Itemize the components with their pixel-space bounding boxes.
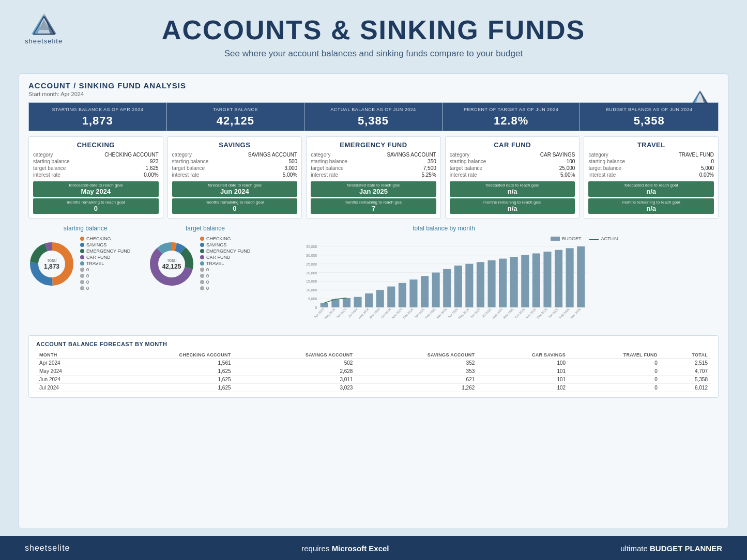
- table-cell: 352: [356, 359, 478, 367]
- table-cell: 101: [478, 376, 569, 384]
- svg-rect-44: [409, 279, 417, 307]
- svg-text:Dec 2024: Dec 2024: [402, 307, 414, 319]
- goal-date-value: Jun 2024: [174, 188, 296, 195]
- account-title: SAVINGS: [172, 141, 298, 149]
- svg-text:Feb 2026: Feb 2026: [559, 307, 571, 319]
- svg-rect-50: [477, 262, 484, 307]
- account-detail-target: target balance 7,500: [311, 165, 436, 171]
- svg-rect-57: [555, 250, 562, 307]
- table-cell: 0: [569, 384, 661, 392]
- goal-date-badge: forecasted date to reach goal n/a: [450, 181, 575, 197]
- forecast-col-header: TRAVEL FUND: [569, 351, 661, 359]
- account-card: TRAVEL category TRAVEL FUND starting bal…: [584, 136, 719, 219]
- svg-text:Nov 2024: Nov 2024: [391, 307, 403, 319]
- goal-date-badge: forecasted date to reach goal Jan 2025: [311, 181, 436, 197]
- table-cell: 0: [569, 376, 661, 384]
- table-cell: 0: [569, 367, 661, 376]
- svg-text:30,000: 30,000: [306, 254, 317, 257]
- table-cell: 0: [569, 359, 661, 367]
- legend-item: CAR FUND: [80, 255, 130, 260]
- svg-text:Jul 2024: Jul 2024: [347, 307, 358, 318]
- svg-text:5,000: 5,000: [308, 297, 317, 301]
- legend-item: TRAVEL: [200, 261, 250, 266]
- kpi-label: BUDGET BALANCE AS OF JUN 2024: [583, 107, 715, 112]
- kpi-label: ACTUAL BALANCE AS OF JUN 2024: [308, 107, 439, 112]
- svg-text:Apr 2025: Apr 2025: [448, 307, 459, 319]
- goal-date-value: May 2024: [35, 188, 157, 195]
- kpi-cell: PERCENT OF TARGET AS OF JUN 2024 12.8%: [443, 103, 581, 131]
- goal-date-label: forecasted date to reach goal: [590, 183, 712, 188]
- svg-text:25,000: 25,000: [306, 262, 317, 266]
- months-label: months remaining to reach goal: [590, 200, 712, 205]
- legend-item: SAVINGS: [80, 242, 130, 247]
- kpi-label: STARTING BALANCE AS OF APR 2024: [32, 107, 163, 112]
- svg-rect-45: [421, 276, 429, 307]
- legend-item: 0: [200, 279, 250, 285]
- bar-chart-title: total balance by month: [268, 225, 619, 232]
- table-cell: 1,561: [102, 359, 234, 367]
- svg-text:Sep 2024: Sep 2024: [369, 307, 380, 319]
- kpi-cell: STARTING BALANCE AS OF APR 2024 1,873: [29, 103, 167, 131]
- svg-rect-36: [321, 303, 328, 307]
- months-value: n/a: [590, 205, 712, 212]
- account-detail-target: target balance 1,625: [33, 165, 159, 171]
- goal-date-badge: forecasted date to reach goal Jun 2024: [172, 181, 298, 197]
- account-title: EMERGENCY FUND: [311, 141, 436, 149]
- table-row: Jul 20241,6253,0231,26210206,012: [36, 384, 711, 392]
- starting-balance-chart: starting balance Total 1,873 CHECKINGSAV…: [28, 225, 142, 292]
- account-card: EMERGENCY FUND category SAVINGS ACCOUNT …: [306, 136, 441, 219]
- table-row: Apr 20241,56150235210002,515: [36, 359, 711, 367]
- table-cell: 3,011: [234, 376, 356, 384]
- table-cell: Jun 2024: [36, 376, 102, 384]
- starting-balance-title: starting balance: [28, 225, 142, 232]
- kpi-value: 42,125: [170, 114, 301, 128]
- bar-legend-item: BUDGET: [551, 236, 582, 241]
- account-title: CAR FUND: [450, 141, 575, 149]
- bar-chart-section: total balance by month BUDGETACTUAL 35,0…: [268, 225, 619, 328]
- kpi-cell: BUDGET BALANCE AS OF JUN 2024 5,358: [580, 103, 718, 131]
- charts-row: starting balance Total 1,873 CHECKINGSAV…: [28, 225, 719, 328]
- table-cell: 2,515: [661, 359, 711, 367]
- account-detail-category: category CHECKING ACCOUNT: [33, 152, 159, 158]
- goal-date-value: Jan 2025: [313, 188, 434, 195]
- svg-text:Nov 2025: Nov 2025: [525, 307, 537, 319]
- svg-text:Jun 2025: Jun 2025: [469, 307, 481, 319]
- goal-date-badge: forecasted date to reach goal n/a: [588, 181, 714, 197]
- table-cell: 2,628: [234, 367, 356, 376]
- legend-item: EMERGENCY FUND: [80, 248, 130, 254]
- months-badge: months remaining to reach goal n/a: [588, 198, 714, 214]
- kpi-value: 5,385: [308, 114, 439, 128]
- kpi-cell: TARGET BALANCE 42,125: [167, 103, 305, 131]
- account-card: CAR FUND category CAR SAVINGS starting b…: [445, 136, 580, 219]
- svg-rect-46: [432, 273, 440, 307]
- accounts-row: CHECKING category CHECKING ACCOUNT start…: [28, 136, 719, 219]
- table-cell: 102: [478, 384, 569, 392]
- legend-item: 0: [80, 267, 130, 272]
- account-detail-category: category SAVINGS ACCOUNT: [172, 152, 298, 158]
- table-cell: 100: [478, 359, 569, 367]
- account-detail-interest: interest rate 5.25%: [311, 172, 436, 178]
- svg-rect-54: [521, 255, 529, 307]
- footer-excel: requires Microsoft Excel: [301, 544, 389, 553]
- svg-text:Sep 2025: Sep 2025: [502, 307, 514, 319]
- brand-logo-small: [691, 88, 709, 107]
- bar-legend-label: ACTUAL: [601, 236, 619, 241]
- account-title: TRAVEL: [588, 141, 714, 149]
- legend-item: 0: [80, 279, 130, 285]
- svg-rect-40: [365, 293, 373, 307]
- bar-legend-item: ACTUAL: [589, 236, 619, 241]
- table-cell: 353: [356, 367, 478, 376]
- footer-planner-bold: BUDGET PLANNER: [650, 544, 722, 553]
- kpi-label: PERCENT OF TARGET AS OF JUN 2024: [446, 107, 577, 112]
- table-cell: 1,625: [102, 376, 234, 384]
- months-value: n/a: [452, 205, 573, 212]
- table-cell: 101: [478, 367, 569, 376]
- goal-date-label: forecasted date to reach goal: [313, 183, 434, 188]
- account-detail-target: target balance 3,000: [172, 165, 298, 171]
- svg-text:Jul 2025: Jul 2025: [481, 307, 492, 318]
- sheetselite-logo-icon: [29, 11, 58, 36]
- forecast-section: ACCOUNT BALANCE FORECAST BY MONTH MONTHC…: [28, 335, 719, 398]
- table-cell: 1,625: [102, 367, 234, 376]
- legend-item: 0: [200, 267, 250, 272]
- svg-rect-39: [354, 297, 361, 307]
